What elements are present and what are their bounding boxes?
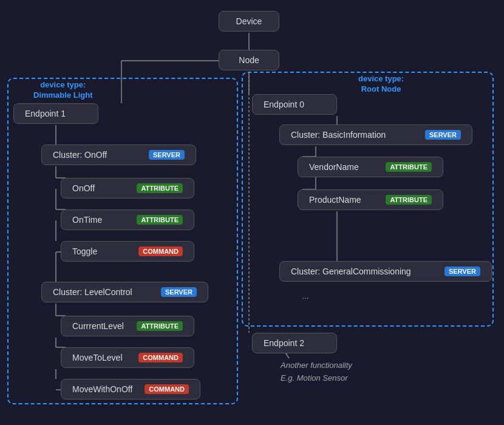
cmd-movewithonoff: MoveWithOnOff COMMAND <box>61 379 200 399</box>
cluster-levelcontrol-label: Cluster: LevelControl <box>53 287 132 297</box>
device-label: Device <box>236 16 262 26</box>
attr-currentlevel-label: CurrrentLevel <box>72 321 124 331</box>
attr-vendorname: VendorName ATTRIBUTE <box>298 157 443 177</box>
cmd-movewithonoff-label: MoveWithOnOff <box>72 384 132 394</box>
attr-productname: ProductName ATTRIBUTE <box>298 189 443 210</box>
cluster-generalcomm-label: Cluster: GeneralCommissioning <box>291 267 411 276</box>
attr-productname-label: ProductName <box>309 195 361 205</box>
attr-onoff-badge: ATTRIBUTE <box>137 183 183 193</box>
attr-ontime-badge: ATTRIBUTE <box>137 215 183 225</box>
cluster-basicinfo-label: Cluster: BasicInformation <box>291 130 386 140</box>
cluster-generalcomm: Cluster: GeneralCommissioning SERVER <box>279 261 492 282</box>
cmd-movetolevel: MoveToLevel COMMAND <box>61 347 194 368</box>
ep2-description: Another functionalityE.g. Motion Sensor <box>281 359 352 385</box>
cmd-toggle-badge: COMMAND <box>138 246 183 256</box>
root-more-ellipsis: ... <box>302 291 309 301</box>
cmd-movewithonoff-badge: COMMAND <box>145 384 189 394</box>
endpoint-1-label: Endpoint 1 <box>25 109 66 118</box>
root-node-label: device type:Root Node <box>358 74 404 95</box>
attr-currentlevel-badge: ATTRIBUTE <box>137 321 183 331</box>
attr-onoff: OnOff ATTRIBUTE <box>61 178 194 199</box>
cluster-onoff-label: Cluster: OnOff <box>53 150 107 160</box>
endpoint-1: Endpoint 1 <box>13 103 98 124</box>
cluster-levelcontrol: Cluster: LevelControl SERVER <box>41 282 208 302</box>
cluster-basicinfo: Cluster: BasicInformation SERVER <box>279 124 472 145</box>
attr-vendorname-label: VendorName <box>309 162 359 172</box>
device-node: Device <box>219 11 279 32</box>
endpoint-0: Endpoint 0 <box>252 94 337 115</box>
attr-vendorname-badge: ATTRIBUTE <box>386 162 432 172</box>
attr-onoff-label: OnOff <box>72 183 95 193</box>
cluster-onoff: Cluster: OnOff SERVER <box>41 144 196 165</box>
diagram-container: Device Node device type:Dimmable Light d… <box>0 0 504 425</box>
cluster-onoff-badge: SERVER <box>149 150 185 160</box>
cmd-movetolevel-badge: COMMAND <box>138 353 183 362</box>
attr-productname-badge: ATTRIBUTE <box>386 195 432 205</box>
endpoint-0-label: Endpoint 0 <box>264 100 304 109</box>
cluster-basicinfo-badge: SERVER <box>425 130 461 140</box>
node-label: Node <box>239 55 259 65</box>
attr-ontime-label: OnTime <box>72 215 102 225</box>
dimmable-light-label: device type:Dimmable Light <box>33 80 93 101</box>
cmd-toggle: Toggle COMMAND <box>61 241 194 262</box>
attr-currentlevel: CurrrentLevel ATTRIBUTE <box>61 316 194 336</box>
endpoint-2: Endpoint 2 <box>252 333 337 353</box>
cmd-toggle-label: Toggle <box>72 246 97 256</box>
cluster-levelcontrol-badge: SERVER <box>161 287 197 297</box>
node-node: Node <box>219 50 279 70</box>
cmd-movetolevel-label: MoveToLevel <box>72 353 123 362</box>
cluster-generalcomm-badge: SERVER <box>444 267 480 276</box>
attr-ontime: OnTime ATTRIBUTE <box>61 209 194 230</box>
endpoint-2-label: Endpoint 2 <box>264 338 304 348</box>
